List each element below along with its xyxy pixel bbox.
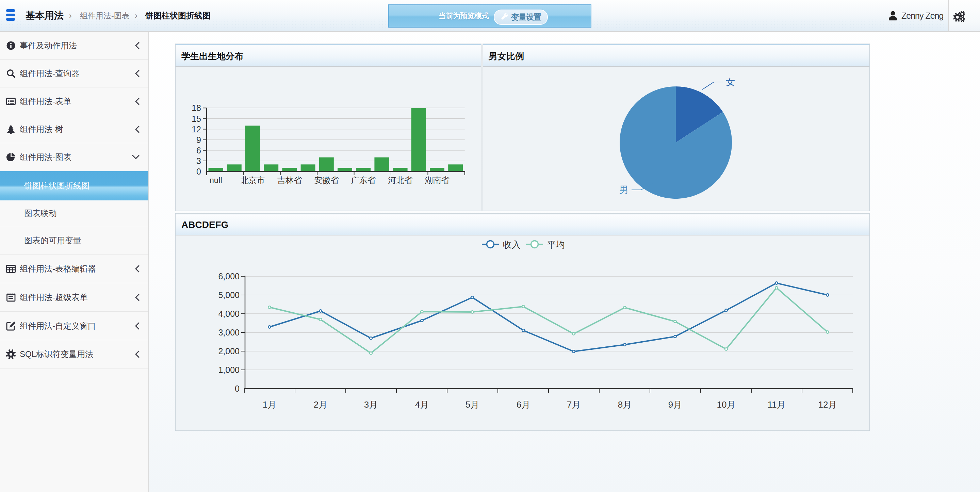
svg-text:6,000: 6,000	[218, 272, 240, 281]
svg-text:8月: 8月	[618, 400, 632, 410]
svg-text:3,000: 3,000	[218, 328, 240, 337]
svg-text:6月: 6月	[517, 400, 530, 410]
svg-text:1月: 1月	[263, 400, 276, 410]
svg-text:4月: 4月	[415, 400, 429, 410]
svg-text:6: 6	[196, 146, 201, 155]
svg-text:吉林省: 吉林省	[277, 175, 302, 185]
svg-text:5,000: 5,000	[218, 290, 240, 300]
svg-text:0: 0	[235, 384, 240, 393]
svg-text:平均: 平均	[547, 240, 565, 250]
svg-text:12: 12	[192, 124, 201, 134]
svg-text:湖南省: 湖南省	[425, 175, 450, 185]
svg-text:男: 男	[619, 185, 628, 195]
svg-text:9月: 9月	[668, 400, 682, 410]
svg-text:收入: 收入	[503, 240, 520, 250]
svg-text:7月: 7月	[567, 400, 581, 410]
svg-text:12月: 12月	[818, 400, 837, 410]
svg-text:null: null	[209, 175, 222, 185]
svg-text:15: 15	[192, 114, 201, 124]
svg-text:女: 女	[726, 77, 735, 87]
svg-text:2月: 2月	[314, 400, 327, 410]
svg-text:0: 0	[196, 167, 201, 176]
svg-text:5月: 5月	[466, 400, 479, 410]
svg-text:3月: 3月	[364, 400, 378, 410]
svg-text:2,000: 2,000	[218, 346, 240, 356]
svg-text:北京市: 北京市	[240, 175, 265, 185]
svg-text:广东省: 广东省	[351, 175, 375, 185]
svg-text:4,000: 4,000	[218, 309, 240, 318]
svg-text:10月: 10月	[717, 400, 736, 410]
svg-text:安徽省: 安徽省	[314, 175, 339, 185]
svg-text:11月: 11月	[768, 400, 786, 410]
svg-text:1,000: 1,000	[218, 365, 240, 375]
svg-text:河北省: 河北省	[388, 175, 412, 185]
svg-text:18: 18	[192, 103, 201, 113]
svg-text:9: 9	[196, 135, 201, 145]
svg-text:3: 3	[196, 156, 201, 166]
